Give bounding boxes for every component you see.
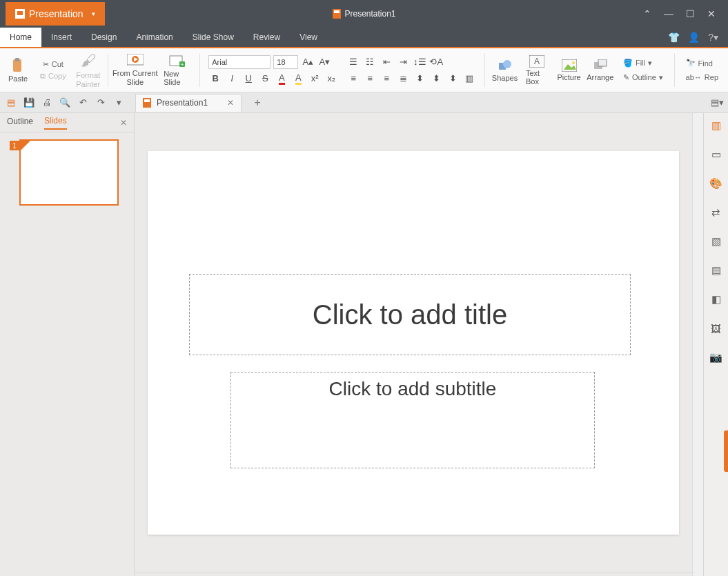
slide-thumbnail[interactable]: 1: [19, 139, 119, 206]
close-panel-icon[interactable]: ✕: [120, 118, 127, 128]
highlight-button[interactable]: A: [291, 72, 305, 86]
menu-tab-home[interactable]: Home: [0, 28, 41, 47]
redo-icon[interactable]: ↷: [94, 96, 108, 110]
align-right-button[interactable]: ≡: [380, 72, 393, 86]
columns-button[interactable]: ▥: [462, 72, 476, 86]
pen-icon: ✎: [623, 73, 629, 82]
align-bottom-button[interactable]: ⬍: [446, 72, 460, 86]
font-name-input[interactable]: [208, 55, 270, 69]
slide-master-icon[interactable]: ▭: [708, 146, 725, 163]
title-placeholder[interactable]: Click to add title: [189, 274, 631, 355]
transition-icon[interactable]: ⇄: [708, 204, 725, 221]
numbering-button[interactable]: ☷: [363, 55, 377, 69]
format-painter-button[interactable]: 🖌 Format Painter: [75, 52, 102, 88]
layout-icon[interactable]: ▤: [708, 262, 725, 279]
fill-button[interactable]: 🪣Fill▾: [620, 57, 655, 69]
slide-panel: Outline Slides ✕ 1: [0, 113, 135, 576]
justify-button[interactable]: ≣: [396, 72, 410, 86]
strikethrough-button[interactable]: S: [258, 72, 272, 86]
outline-tab[interactable]: Outline: [7, 117, 33, 129]
qat-dropdown-icon[interactable]: ▾: [112, 96, 126, 110]
picture-button[interactable]: Picture: [555, 59, 583, 81]
new-slide-button[interactable]: + New Slide: [159, 54, 194, 86]
shirt-icon[interactable]: 👕: [668, 32, 680, 43]
properties-icon[interactable]: ▥: [708, 117, 725, 134]
undo-icon[interactable]: ↶: [76, 96, 90, 110]
slide-canvas[interactable]: Click to add title Click to add subtitle: [148, 151, 679, 535]
side-toolbar: ▥ ▭ 🎨 ⇄ ▧ ▤ ◧ 🖼 📷: [703, 113, 728, 576]
replace-button[interactable]: ab↔Rep: [683, 72, 721, 83]
brush-icon: 🖌: [81, 52, 96, 70]
svg-marker-17: [564, 64, 576, 70]
save-icon[interactable]: 💾: [22, 96, 36, 110]
outline-button[interactable]: ✎Outline▾: [620, 72, 666, 83]
from-current-slide-button[interactable]: From Current Slide: [113, 54, 157, 86]
arrange-icon: [593, 59, 608, 72]
superscript-button[interactable]: x²: [308, 72, 322, 86]
align-top-button[interactable]: ⬍: [413, 72, 426, 86]
font-color-button[interactable]: A: [275, 72, 288, 86]
shapes-icon: [498, 59, 513, 72]
svg-point-18: [572, 61, 575, 64]
subscript-button[interactable]: x₂: [324, 72, 338, 86]
ribbon-collapse-icon[interactable]: ⌃: [643, 8, 651, 19]
underline-button[interactable]: U: [242, 72, 255, 86]
bullets-button[interactable]: ☰: [346, 55, 360, 69]
user-icon[interactable]: 👤: [688, 32, 700, 43]
shapes-button[interactable]: Shapes: [491, 59, 519, 82]
copy-button[interactable]: ⧉Copy: [37, 70, 69, 82]
side-panel-handle[interactable]: [724, 430, 728, 472]
svg-rect-3: [333, 10, 339, 13]
play-slide-icon: [127, 54, 144, 68]
text-direction-button[interactable]: ⟲A: [429, 55, 443, 69]
new-tab-button[interactable]: +: [248, 94, 266, 112]
italic-button[interactable]: I: [225, 72, 239, 86]
align-center-button[interactable]: ≡: [363, 72, 377, 86]
increase-font-icon[interactable]: A▴: [301, 55, 315, 69]
vertical-scrollbar[interactable]: [692, 113, 703, 576]
document-tab[interactable]: Presentation1 ✕: [135, 94, 242, 112]
minimize-button[interactable]: —: [664, 8, 673, 19]
find-button[interactable]: 🔭Find: [683, 57, 716, 69]
font-size-input[interactable]: [273, 55, 298, 69]
document-title: Presentation1: [332, 9, 395, 19]
new-doc-icon[interactable]: ▤: [4, 96, 18, 110]
paste-button[interactable]: Paste: [4, 58, 32, 83]
increase-indent-button[interactable]: ⇥: [396, 55, 410, 69]
menu-tab-animation[interactable]: Animation: [126, 28, 182, 47]
object-icon[interactable]: ◧: [708, 291, 725, 308]
decrease-indent-button[interactable]: ⇤: [380, 55, 393, 69]
subtitle-placeholder[interactable]: Click to add subtitle: [230, 372, 595, 468]
app-menu-button[interactable]: Presentation ▾: [6, 2, 105, 26]
align-middle-button[interactable]: ⬍: [429, 72, 443, 86]
menu-tab-design[interactable]: Design: [81, 28, 126, 47]
text-box-button[interactable]: A Text Box: [522, 55, 553, 86]
menu-tab-insert[interactable]: Insert: [41, 28, 81, 47]
camera-icon[interactable]: 📷: [708, 349, 725, 366]
animation-pane-icon[interactable]: ▧: [708, 233, 725, 250]
line-spacing-button[interactable]: ↕☰: [413, 55, 426, 69]
palette-icon[interactable]: 🎨: [708, 175, 725, 192]
close-button[interactable]: ✕: [707, 8, 716, 19]
menu-tab-view[interactable]: View: [290, 28, 327, 47]
help-icon[interactable]: ?▾: [708, 32, 718, 43]
slides-tab[interactable]: Slides: [44, 116, 67, 130]
arrange-button[interactable]: Arrange: [586, 59, 615, 81]
bold-button[interactable]: B: [208, 72, 222, 86]
doc-tab-close-icon[interactable]: ✕: [227, 98, 234, 108]
document-icon: [332, 9, 340, 19]
print-preview-icon[interactable]: 🔍: [58, 96, 72, 110]
print-icon[interactable]: 🖨: [40, 96, 54, 110]
picture-tool-icon[interactable]: 🖼: [708, 320, 725, 337]
collapse-qat-icon[interactable]: ▤▾: [710, 96, 724, 110]
document-title-label: Presentation1: [344, 9, 395, 19]
text-box-icon: A: [529, 55, 544, 68]
menu-tab-slideshow[interactable]: Slide Show: [183, 28, 244, 47]
menu-tab-review[interactable]: Review: [244, 28, 290, 47]
maximize-button[interactable]: ☐: [686, 8, 695, 19]
quick-access-bar: ▤ 💾 🖨 🔍 ↶ ↷ ▾ Presentation1 ✕ + ▤▾: [0, 92, 728, 113]
notes-pane[interactable]: Click to add notes: [135, 573, 692, 576]
align-left-button[interactable]: ≡: [346, 72, 360, 86]
cut-button[interactable]: ✂Cut: [40, 59, 66, 70]
decrease-font-icon[interactable]: A▾: [317, 55, 331, 69]
